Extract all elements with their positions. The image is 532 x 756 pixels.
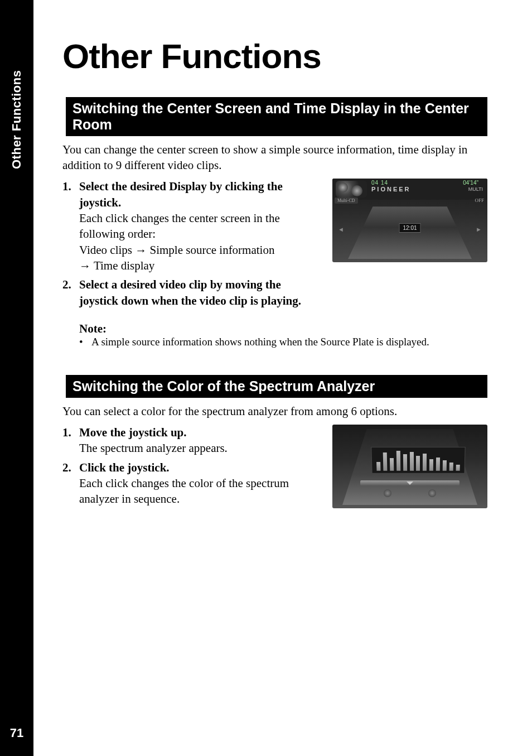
page-content: Other Functions Switching the Center Scr… [62,39,487,511]
fig1-track-info: 04 14 [371,180,388,186]
fig1-multi: MULTI [468,186,483,192]
step-number: 2. [62,460,79,507]
figure-spectrum-analyzer [332,425,487,508]
step-head: Click the joystick. [79,461,170,474]
section1-heading: Switching the Center Screen and Time Dis… [62,97,487,136]
figure-center-screen: 04 14 PIONEER 04'14" MULTI Multi-CD OFF … [332,179,487,262]
section2-intro: You can select a color for the spectrum … [62,403,487,419]
step-number: 2. [62,277,79,309]
disc-icon [336,181,367,198]
side-tab-label: Other Functions [0,47,33,170]
fig1-brand: PIONEER [371,186,411,192]
section2-step-2: 2. Click the joystick. Each click change… [62,460,322,507]
section1-step-2: 2. Select a desired video clip by moving… [62,277,322,309]
bullet-icon: • [79,336,91,348]
step-head: Select the desired Display by clicking t… [79,180,283,209]
fig1-left-arrow-icon: ◄ [338,226,344,233]
step-body: Each click changes the center screen in … [79,211,280,240]
fig1-off: OFF [475,198,484,203]
fig2-shelf [360,480,460,486]
fig2-spectrum-panel [371,447,465,474]
fig1-time: 04'14" [463,180,478,186]
step-head: Select a desired video clip by moving th… [79,278,301,307]
section2-heading: Switching the Color of the Spectrum Anal… [62,375,487,398]
flow-item: Simple source information [149,243,274,257]
step-body: The spectrum analyzer appears. [79,441,228,455]
fig2-knob-icon [384,489,391,497]
fig1-room-graphic [348,206,472,259]
step-number: 1. [62,425,79,456]
step-body: Each click changes the color of the spec… [79,476,289,505]
section1-step-1: 1. Select the desired Display by clickin… [62,179,322,273]
arrow-icon: → [79,258,91,274]
fig1-right-arrow-icon: ► [476,226,482,233]
section1-intro: You can change the center screen to show… [62,142,487,174]
note-label: Note: [79,322,487,336]
section2-step-1: 1. Move the joystick up. The spectrum an… [62,425,322,456]
note-text: A simple source information shows nothin… [91,336,429,348]
step-number: 1. [62,179,79,273]
arrow-icon: → [135,243,147,258]
side-tab-bar: Other Functions 71 [0,0,33,756]
fig1-clock: 12:01 [399,223,420,233]
note-block: Note: • A simple source information show… [79,322,487,348]
fig2-knob-icon [428,489,436,497]
flow-item: Time display [94,259,155,272]
page-number: 71 [0,726,33,740]
flow-item: Video clips [79,243,132,257]
step-head: Move the joystick up. [79,426,187,439]
fig1-source: Multi-CD [335,198,358,204]
chapter-title: Other Functions [62,39,487,74]
